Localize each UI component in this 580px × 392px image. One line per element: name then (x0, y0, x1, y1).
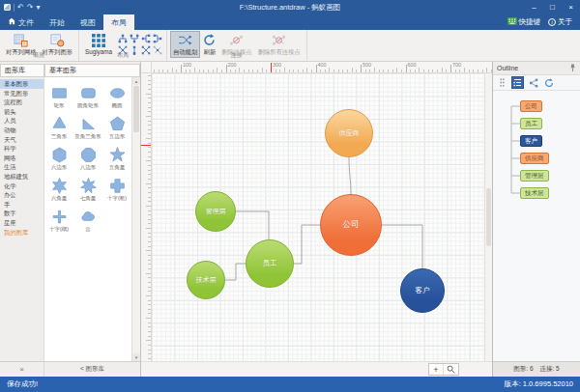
drawing-canvas[interactable]: 供应商公司管理层员工技术层客户 (152, 73, 484, 361)
diagram-node-management[interactable]: 管理层 (195, 191, 236, 232)
shape-label: 十字(细) (49, 226, 69, 233)
outline-item[interactable]: 供应商 (520, 153, 549, 164)
refresh-outline-button[interactable] (542, 76, 555, 89)
shape-cloud[interactable]: 云 (73, 208, 102, 237)
magnifier-icon[interactable] (444, 364, 458, 375)
zoom-in-button[interactable]: + (429, 364, 444, 375)
category-item[interactable]: 星座 (0, 218, 44, 228)
diagram-node-customer[interactable]: 客户 (400, 268, 445, 313)
category-item[interactable]: 化学 (0, 182, 44, 191)
maximize-button[interactable]: □ (543, 0, 562, 14)
about-button[interactable]: 关于 (548, 17, 572, 27)
cloud-icon (79, 208, 98, 226)
shape-label: 椭圆 (112, 102, 123, 109)
category-item[interactable]: 地标建筑 (0, 172, 44, 182)
category-list: 基本图形常见图形流程图箭头人员动物天气科学网络生活地标建筑化学办公手数字星座我的… (0, 77, 44, 361)
outline-item[interactable]: 公司 (520, 100, 542, 112)
shape-pentagon[interactable]: 五边形 (102, 115, 131, 144)
outline-tree-lines (493, 91, 580, 361)
shape-star6[interactable]: 六角星 (44, 177, 73, 206)
diagram-node-supplier[interactable]: 供应商 (325, 109, 373, 157)
connector-staff-company[interactable] (294, 225, 320, 264)
scrollbar-thumb[interactable] (133, 86, 139, 132)
shape-triangle[interactable]: 三角形 (44, 115, 73, 144)
category-item[interactable]: 基本图形 (0, 79, 44, 89)
close-button[interactable]: × (562, 0, 580, 14)
shape-ellipse[interactable]: 椭圆 (102, 84, 131, 113)
category-item[interactable]: 人员 (0, 116, 44, 126)
category-item[interactable]: 流程图 (0, 98, 44, 107)
diagram-node-staff[interactable]: 员工 (246, 239, 294, 288)
qat-more-button[interactable]: ▾ (36, 4, 40, 12)
tab-layout[interactable]: 布局 (103, 14, 134, 30)
share-icon[interactable] (527, 76, 539, 89)
shape-cross-thin[interactable]: 十字(细) (44, 208, 73, 237)
redo-button[interactable]: ↷ (27, 4, 34, 12)
scroll-down-icon[interactable]: ▼ (132, 353, 140, 361)
category-item[interactable]: 手 (0, 200, 44, 210)
library-collapse-button[interactable]: < 图形库 (44, 365, 140, 374)
minimize-button[interactable]: – (525, 0, 543, 14)
connector-company-customer[interactable] (382, 225, 422, 268)
category-item[interactable]: 常见图形 (0, 89, 44, 98)
pin-icon[interactable] (569, 64, 576, 73)
tab-label: 文件 (18, 17, 34, 28)
shortcuts-button[interactable]: 快捷键 (508, 17, 541, 27)
category-item[interactable]: 天气 (0, 135, 44, 145)
right-triangle-icon (79, 115, 98, 133)
category-item[interactable]: 动物 (0, 126, 44, 135)
layout-tree-right-icon[interactable] (153, 33, 163, 43)
category-item[interactable]: 生活 (0, 162, 44, 172)
shape-rounded-rect[interactable]: 圆角矩形 (73, 84, 102, 113)
outline-toolbar (493, 75, 580, 91)
canvas-vertical-scrollbar[interactable] (484, 73, 492, 361)
connector-supplier-company[interactable] (349, 157, 351, 194)
canvas-area: 100200300400500600700800 供应商公司管理层员工技术层客户… (141, 62, 492, 377)
shape-label: 三角形 (51, 133, 68, 140)
window-controls: – □ × (493, 0, 580, 14)
shape-octagon[interactable]: 八边形 (73, 146, 102, 175)
layout-tree-left-icon[interactable] (141, 33, 152, 43)
category-item[interactable]: 我的图库 (0, 228, 44, 238)
shape-hexagon[interactable]: 六边形 (44, 146, 73, 175)
connector-management-staff[interactable] (236, 211, 269, 239)
outline-item[interactable]: 客户 (520, 135, 542, 147)
outline-item[interactable]: 技术层 (520, 187, 549, 199)
scrollbar-thumb[interactable] (486, 188, 491, 246)
ribbon: 对齐到网格对齐到图形吸附Sugiyama布局自动规划刷新删除连接点删除所有连接点… (0, 30, 580, 62)
ruler-label: 700 (452, 62, 461, 68)
connector-tech-staff[interactable] (225, 264, 246, 280)
tab-home[interactable]: 开始 (42, 14, 72, 30)
shape-star5[interactable]: 五角星 (102, 146, 131, 175)
diagram-node-tech[interactable]: 技术层 (187, 261, 225, 299)
drag-handle-icon[interactable] (496, 76, 508, 89)
octagon-icon (79, 146, 98, 164)
layout-tree-up-icon[interactable] (118, 33, 129, 43)
layout-tree-down-icon[interactable] (130, 33, 140, 43)
shape-star7[interactable]: 七角星 (73, 177, 102, 206)
outline-panel: Outline 公司员工客户供应商管理层技术层 图形: 6 连接: 5 (492, 62, 580, 377)
ruler-cursor-marker (271, 63, 272, 72)
category-item[interactable]: 网络 (0, 154, 44, 163)
category-item[interactable]: 数字 (0, 209, 44, 218)
close-library-button[interactable]: × (0, 362, 44, 377)
outline-item[interactable]: 员工 (520, 118, 542, 129)
shape-right-triangle[interactable]: 直角三角形 (73, 115, 102, 144)
category-item[interactable]: 科学 (0, 144, 44, 154)
tab-file[interactable]: 文件 (0, 14, 42, 30)
version-label: 版本: 1.0.6995.52010 (505, 379, 573, 389)
outline-item[interactable]: 管理层 (520, 170, 549, 182)
shape-grid-scrollbar[interactable]: ▲ ▼ (131, 77, 140, 361)
shape-cross-thick[interactable]: 十字(粗) (102, 177, 131, 206)
category-item[interactable]: 办公 (0, 190, 44, 200)
diagram-node-company[interactable]: 公司 (320, 194, 382, 256)
outline-view-button[interactable] (511, 76, 524, 89)
home-icon (8, 17, 15, 27)
category-item[interactable]: 箭头 (0, 107, 44, 117)
tab-view[interactable]: 视图 (72, 14, 103, 30)
ruler-label: 300 (273, 62, 281, 68)
shape-label: 直角三角形 (74, 133, 102, 140)
scroll-up-icon[interactable]: ▲ (132, 77, 140, 85)
shape-rect[interactable]: 矩形 (44, 84, 73, 113)
undo-button[interactable]: ↶ (17, 4, 24, 12)
